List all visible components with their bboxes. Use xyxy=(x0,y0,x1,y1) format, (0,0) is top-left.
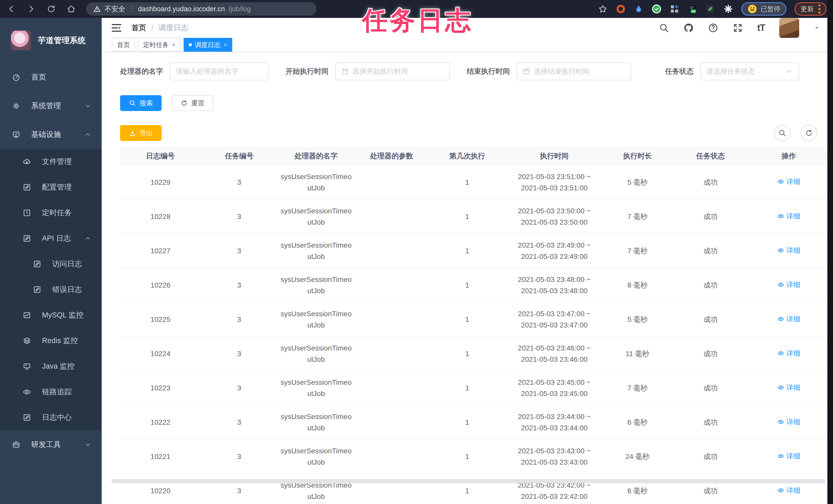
horizontal-scrollbar[interactable] xyxy=(111,479,825,483)
sidebar-item-log-center[interactable]: 日志中心 xyxy=(0,405,102,430)
reset-button[interactable]: 重置 xyxy=(172,95,213,111)
detail-link[interactable]: 详细 xyxy=(777,382,800,393)
github-icon[interactable] xyxy=(684,23,694,33)
detail-link[interactable]: 详细 xyxy=(777,451,800,462)
handler-name-input[interactable] xyxy=(176,68,262,75)
duration-cell: 7 毫秒 xyxy=(603,371,672,405)
cloud-upload-icon xyxy=(23,157,31,166)
refresh-table-button[interactable] xyxy=(801,125,817,141)
extension-grid-icon[interactable] xyxy=(670,4,680,14)
sidebar-item-scheduled-job[interactable]: 定时任务 xyxy=(0,200,102,226)
detail-link[interactable]: 详细 xyxy=(777,348,800,359)
operation-cell: 详细 xyxy=(749,405,828,439)
execute-time-cell: 2021-05-03 23:44:00 ~2021-05-03 23:44:00 xyxy=(505,405,603,439)
tab-scheduled-job[interactable]: 定时任务× xyxy=(138,38,181,52)
extension-orange-ring-icon[interactable] xyxy=(616,4,625,14)
sidebar-item-file-manage[interactable]: 文件管理 xyxy=(0,149,102,175)
status-cell: 成功 xyxy=(672,405,749,439)
detail-link[interactable]: 详细 xyxy=(777,416,800,428)
detail-link[interactable]: 详细 xyxy=(777,210,800,222)
paused-extension-badge[interactable]: 已暂停 xyxy=(741,2,786,16)
chevron-up-icon xyxy=(84,235,91,242)
sidebar-item-label: 首页 xyxy=(31,72,46,82)
extension-proxy-on-icon[interactable]: on xyxy=(688,4,697,14)
tab-job-log[interactable]: 调度日志× xyxy=(184,38,232,52)
sidebar-item-api-log[interactable]: API 日志 xyxy=(0,226,102,251)
breadcrumb-separator: / xyxy=(151,24,153,32)
detail-link[interactable]: 详细 xyxy=(777,313,800,325)
toggle-search-button[interactable] xyxy=(774,125,790,141)
execute-index-cell: 1 xyxy=(429,165,505,200)
detail-link[interactable]: 详细 xyxy=(777,485,800,496)
job-id-cell: 3 xyxy=(201,268,278,302)
extension-pinwheel-icon[interactable] xyxy=(723,4,733,14)
user-avatar[interactable] xyxy=(779,18,799,38)
font-size-icon[interactable]: tT xyxy=(757,23,765,33)
duration-cell: 5 毫秒 xyxy=(603,302,672,337)
browser-forward-icon[interactable] xyxy=(27,4,36,14)
log-id-cell: 10225 xyxy=(120,302,201,337)
sidebar-item-label: 文件管理 xyxy=(42,157,72,167)
execute-index-cell: 1 xyxy=(429,405,505,439)
log-id-cell: 10220 xyxy=(120,474,201,504)
user-menu-caret-icon[interactable] xyxy=(813,25,820,31)
log-id-cell: 10223 xyxy=(120,371,201,405)
fullscreen-icon[interactable] xyxy=(733,23,743,33)
column-header: 第几次执行 xyxy=(429,147,505,165)
sidebar-item-home[interactable]: 首页 xyxy=(0,63,102,92)
sidebar-item-infrastructure[interactable]: 基础设施 xyxy=(0,120,102,149)
table-row: 102253sysUserSessionTimeoutJob12021-05-0… xyxy=(120,302,828,337)
detail-link[interactable]: 详细 xyxy=(777,245,800,256)
search-button[interactable]: 搜索 xyxy=(120,95,162,111)
job-id-cell: 3 xyxy=(201,371,278,405)
app-logo xyxy=(11,30,31,50)
browser-home-icon[interactable] xyxy=(67,4,76,14)
monitor-check-icon xyxy=(12,130,21,139)
extension-green-check-icon[interactable] xyxy=(652,4,662,14)
execute-time-cell: 2021-05-03 23:42:00 ~2021-05-03 23:42:00 xyxy=(505,474,603,504)
sidebar-item-access-log[interactable]: 访问日志 xyxy=(0,251,102,277)
help-icon[interactable] xyxy=(708,23,718,33)
close-tab-icon[interactable]: × xyxy=(172,42,175,48)
sidebar-item-dev-tools[interactable]: 研发工具 xyxy=(0,430,102,459)
detail-link-label: 详细 xyxy=(786,176,800,187)
sidebar-item-config-manage[interactable]: 配置管理 xyxy=(0,175,102,200)
chrome-update-button[interactable]: 更新 xyxy=(794,2,826,16)
handler-param-cell xyxy=(354,337,429,371)
detail-link[interactable]: 详细 xyxy=(777,176,800,187)
browser-menu-icon[interactable] xyxy=(818,4,820,14)
export-button[interactable]: 导出 xyxy=(120,125,162,141)
search-icon[interactable] xyxy=(659,23,669,33)
address-divider xyxy=(132,5,132,13)
extension-blue-drop-icon[interactable] xyxy=(634,4,643,14)
eye-icon xyxy=(777,418,784,425)
sidebar-item-redis-monitor[interactable]: Redis 监控 xyxy=(0,328,102,354)
sidebar-item-system[interactable]: 系统管理 xyxy=(0,92,102,120)
address-bar[interactable]: 不安全 dashboard.yudao.iocoder.cn/job/log xyxy=(86,2,316,16)
briefcase-icon xyxy=(12,440,21,449)
sidebar-item-label: Redis 监控 xyxy=(42,336,78,346)
close-tab-icon[interactable]: × xyxy=(223,42,227,48)
sidebar-item-tracing[interactable]: 链路追踪 xyxy=(0,379,102,405)
browser-reload-icon[interactable] xyxy=(47,4,56,14)
sidebar-item-mysql-monitor[interactable]: MySQL 监控 xyxy=(0,302,102,328)
begin-time-input[interactable] xyxy=(353,68,444,75)
end-time-label: 结束执行时间 xyxy=(467,67,510,76)
log-id-cell: 10221 xyxy=(120,439,201,474)
sidebar-item-label: MySQL 监控 xyxy=(42,310,84,320)
column-header: 操作 xyxy=(749,147,828,165)
end-time-input[interactable] xyxy=(534,68,625,75)
tab-home[interactable]: 首页 xyxy=(112,38,135,52)
bookmark-star-icon[interactable] xyxy=(598,4,608,14)
status-select[interactable]: 请选择任务状态 xyxy=(700,62,799,80)
eye-icon xyxy=(777,350,784,357)
sidebar-item-error-log[interactable]: 错误日志 xyxy=(0,277,102,302)
browser-back-icon[interactable] xyxy=(7,4,16,14)
log-id-cell: 10228 xyxy=(120,200,201,234)
collapse-sidebar-icon[interactable] xyxy=(111,22,122,33)
breadcrumb-home[interactable]: 首页 xyxy=(132,23,146,33)
detail-link[interactable]: 详细 xyxy=(777,279,800,291)
app-logo-row[interactable]: 芋道管理系统 xyxy=(0,18,102,63)
extension-leaf-icon[interactable] xyxy=(706,4,715,14)
sidebar-item-java-monitor[interactable]: Java 监控 xyxy=(0,354,102,379)
